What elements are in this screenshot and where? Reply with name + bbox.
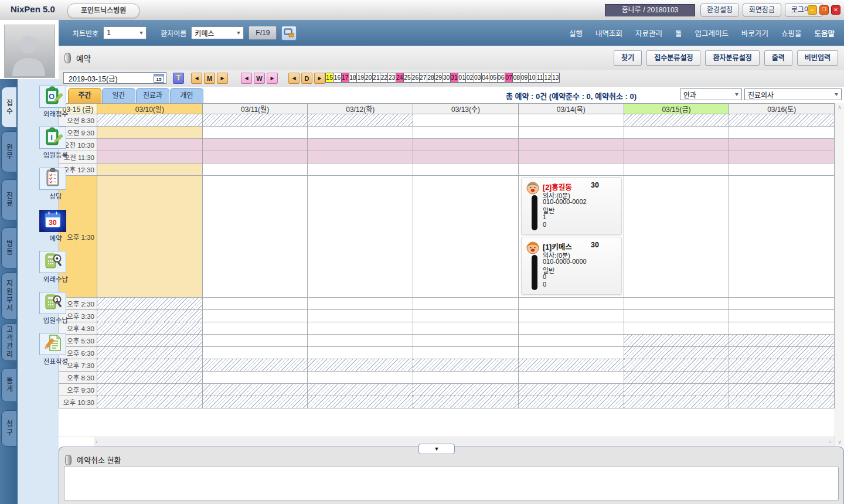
slot-cell[interactable] (97, 164, 203, 176)
slot-cell[interactable] (519, 151, 624, 164)
day-cell-04[interactable]: 04 (481, 73, 489, 83)
menu-item-7[interactable]: 도움말 (814, 28, 835, 39)
slot-cell[interactable] (729, 298, 835, 310)
view-tab-2[interactable]: 진료과 (136, 88, 169, 103)
slot-cell[interactable] (413, 164, 519, 176)
day-cell-05[interactable]: 05 (489, 73, 497, 83)
slot-cell[interactable] (97, 298, 203, 310)
date-field[interactable]: 2019-03-15(금) 15 (63, 72, 166, 84)
slot-cell[interactable] (97, 114, 203, 127)
slot-cell[interactable] (729, 396, 835, 408)
slot-cell[interactable] (97, 151, 203, 164)
slot-cell[interactable] (308, 298, 413, 310)
next-day-button[interactable]: ▶ (314, 73, 325, 84)
day-cell-19[interactable]: 19 (356, 73, 365, 83)
slot-cell[interactable] (308, 347, 413, 359)
slot-cell[interactable] (519, 359, 624, 372)
slot-cell[interactable] (308, 322, 413, 335)
minimize-icon[interactable]: − (808, 5, 817, 15)
settings-button[interactable]: 환경설정 (700, 3, 739, 17)
slot-cell[interactable] (624, 151, 730, 164)
slot-cell[interactable] (97, 335, 203, 347)
slot-cell[interactable] (624, 176, 730, 298)
slot-cell[interactable] (203, 335, 308, 347)
scroll-left-icon[interactable]: ‹ (96, 438, 98, 445)
sidebar-tab-7[interactable]: 청구 (1, 410, 16, 447)
message-terminal-button[interactable] (281, 26, 297, 40)
slot-cell[interactable] (413, 396, 519, 408)
slot-cell[interactable] (413, 347, 519, 359)
slot-cell[interactable] (203, 310, 308, 322)
slot-cell[interactable] (203, 139, 308, 151)
sidebar-item-입원수납[interactable]: 1 (39, 292, 66, 314)
menu-item-0[interactable]: 실행 (569, 28, 583, 39)
day-column-header-5[interactable]: 03/15(금) (624, 104, 730, 114)
scroll-right-icon[interactable]: › (829, 438, 831, 445)
slot-cell[interactable] (624, 322, 730, 335)
slot-cell[interactable] (203, 176, 308, 298)
department-select[interactable]: 안과 (680, 88, 742, 100)
view-tab-3[interactable]: 개인 (170, 88, 203, 103)
slot-cell[interactable] (97, 359, 203, 372)
day-column-header-6[interactable]: 03/16(토) (729, 104, 835, 114)
slot-cell[interactable] (97, 310, 203, 322)
slot-cell[interactable] (519, 396, 624, 408)
panel-collapse-button[interactable]: ▼ (418, 444, 455, 454)
week-button[interactable]: W (254, 73, 265, 84)
sidebar-tab-4[interactable]: 지원부서 (1, 273, 16, 319)
sidebar-item-외래접수[interactable]: O (39, 86, 66, 108)
slot-cell[interactable] (97, 384, 203, 396)
slot-cell[interactable] (624, 396, 730, 408)
slot-cell[interactable] (413, 372, 519, 384)
slot-cell[interactable] (624, 347, 730, 359)
slot-cell[interactable] (624, 384, 730, 396)
slot-cell[interactable] (203, 127, 308, 139)
slot-cell[interactable] (519, 164, 624, 176)
slot-cell[interactable] (519, 384, 624, 396)
hospital-tab[interactable]: 포인트닉스병원 (67, 4, 139, 18)
slot-cell[interactable] (729, 114, 835, 127)
slot-cell[interactable] (519, 114, 624, 127)
day-cell-09[interactable]: 09 (520, 73, 528, 83)
slot-cell[interactable] (308, 151, 413, 164)
day-button[interactable]: D (301, 73, 312, 84)
slot-cell[interactable] (729, 359, 835, 372)
slot-cell[interactable] (624, 359, 730, 372)
slot-cell[interactable] (729, 322, 835, 335)
sidebar-tab-2[interactable]: 진료 (1, 179, 16, 220)
slot-cell[interactable] (97, 347, 203, 359)
chart-number-select[interactable]: 1 (103, 26, 147, 39)
sidebar-tab-6[interactable]: 통계 (1, 368, 16, 402)
slot-cell[interactable] (308, 164, 413, 176)
slot-cell[interactable] (624, 310, 730, 322)
slot-cell[interactable] (519, 139, 624, 151)
slot-cell[interactable] (729, 310, 835, 322)
slot-cell[interactable] (203, 322, 308, 335)
screen-lock-button[interactable]: 화면잠금 (743, 3, 781, 17)
patient-info-button[interactable]: F/19 (249, 26, 277, 40)
slot-cell[interactable] (308, 384, 413, 396)
slot-cell[interactable] (308, 335, 413, 347)
day-cell-21[interactable]: 21 (372, 73, 380, 83)
slot-cell[interactable] (624, 372, 730, 384)
day-cell-02[interactable]: 02 (465, 73, 474, 83)
prev-day-button[interactable]: ◀ (288, 73, 300, 84)
day-cell-25[interactable]: 25 (403, 73, 411, 83)
slot-cell[interactable] (729, 127, 835, 139)
day-cell-29[interactable]: 29 (434, 73, 443, 83)
slot-cell[interactable] (203, 151, 308, 164)
day-cell-08[interactable]: 08 (512, 73, 520, 83)
slot-cell[interactable] (729, 335, 835, 347)
slot-cell[interactable] (203, 372, 308, 384)
slot-cell[interactable] (413, 384, 519, 396)
slot-cell[interactable] (413, 127, 519, 139)
page-action-button-4[interactable]: 비번입력 (797, 50, 838, 66)
slot-cell[interactable] (413, 298, 519, 310)
menu-item-5[interactable]: 바로가기 (741, 28, 768, 39)
slot-cell[interactable] (519, 310, 624, 322)
slot-cell[interactable] (729, 372, 835, 384)
slot-cell[interactable] (729, 347, 835, 359)
slot-cell[interactable] (519, 335, 624, 347)
slot-cell[interactable] (308, 396, 413, 408)
day-cell-27[interactable]: 27 (419, 73, 427, 83)
